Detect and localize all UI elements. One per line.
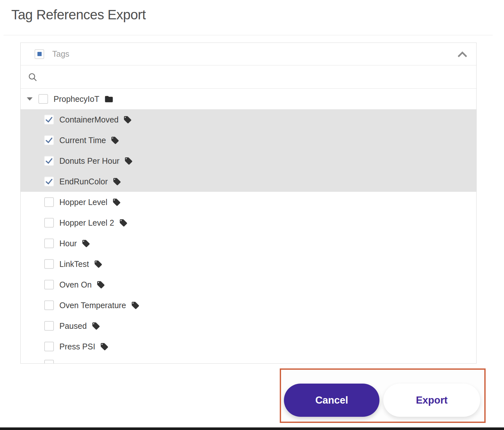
checkmark-icon: [45, 136, 53, 144]
tag-icon: [119, 219, 128, 227]
tree-item-label: LinkTest: [59, 259, 89, 269]
tree-item-label: Hopper Level 2: [59, 218, 114, 228]
tree-item-label: Current Time: [59, 136, 106, 145]
tree-item-row[interactable]: LinkTest: [21, 254, 476, 274]
checkmark-icon: [45, 157, 53, 165]
tag-icon: [82, 239, 90, 248]
caret-down-icon[interactable]: [27, 97, 33, 101]
checkmark-icon: [45, 177, 53, 186]
cancel-button[interactable]: Cancel: [284, 384, 379, 417]
tree-item-row[interactable]: Paused: [21, 316, 476, 336]
folder-icon: [104, 94, 114, 104]
item-checkbox[interactable]: [44, 300, 54, 310]
tag-icon: [92, 322, 100, 330]
item-checkbox[interactable]: [44, 135, 54, 145]
indeterminate-mark: [37, 52, 42, 56]
tag-icon: [100, 342, 109, 351]
bottom-bar: [0, 427, 504, 430]
tag-icon: [96, 280, 105, 289]
tree-item-row[interactable]: Hopper Level: [21, 192, 476, 212]
item-checkbox[interactable]: [44, 239, 54, 248]
tag-icon: [111, 136, 119, 145]
search-input[interactable]: [43, 73, 470, 81]
tree-item-label: ContainerMoved: [59, 115, 118, 124]
tag-icon: [131, 301, 140, 310]
item-checkbox[interactable]: [44, 280, 54, 289]
tree-item-row[interactable]: Press PSI: [21, 336, 476, 357]
item-checkbox[interactable]: [44, 115, 54, 124]
tags-panel: Tags ProphecyIoT: [20, 43, 477, 364]
tags-panel-label: Tags: [52, 49, 458, 59]
item-checkbox[interactable]: [44, 342, 54, 351]
tree-item-label: Hour: [59, 239, 77, 248]
tag-icon: [112, 198, 121, 207]
tree-root-row[interactable]: ProphecyIoT: [21, 89, 476, 109]
tree-item-label: EndRunColor: [59, 177, 108, 186]
tag-icon: [113, 177, 121, 186]
search-icon: [28, 72, 37, 82]
tree-item-row[interactable]: Oven On: [21, 274, 476, 295]
tree-item-label: Press PSI: [59, 342, 95, 351]
export-button[interactable]: Export: [383, 384, 480, 417]
tree-item-label: Donuts Per Hour: [59, 156, 119, 166]
tree-item-row[interactable]: EndRunColor: [21, 171, 476, 192]
page-title: Tag References Export: [11, 7, 146, 23]
item-checkbox[interactable]: [44, 259, 54, 269]
title-divider: [4, 35, 493, 35]
tags-select-all-checkbox[interactable]: [35, 49, 44, 59]
tree-item-label: Hopper Level: [59, 198, 107, 207]
tree-item-row[interactable]: Current Time: [21, 130, 476, 151]
tree-items: ContainerMoved Current Time Donuts Per H…: [21, 109, 476, 364]
tree-item-row[interactable]: [21, 357, 476, 364]
tag-icon: [124, 157, 133, 165]
item-checkbox[interactable]: [44, 218, 54, 228]
tag-tree: ProphecyIoT ContainerMoved Current Time: [21, 89, 476, 364]
tree-item-label: Oven Temperature: [59, 301, 126, 310]
tag-icon: [123, 115, 132, 124]
tree-item-row[interactable]: Oven Temperature: [21, 295, 476, 316]
root-checkbox[interactable]: [38, 94, 48, 104]
item-checkbox[interactable]: [44, 177, 54, 186]
item-checkbox[interactable]: [44, 197, 54, 207]
tree-item-row[interactable]: ContainerMoved: [21, 109, 476, 130]
tree-item-row[interactable]: Donuts Per Hour: [21, 151, 476, 171]
tag-icon: [94, 260, 103, 269]
tree-item-label: Paused: [59, 321, 87, 331]
annotation-highlight-box: Cancel Export: [280, 368, 486, 423]
chevron-up-icon[interactable]: [458, 51, 467, 57]
tree-item-row[interactable]: Hopper Level 2: [21, 212, 476, 233]
item-checkbox[interactable]: [44, 321, 54, 331]
item-checkbox[interactable]: [44, 156, 54, 166]
item-checkbox[interactable]: [44, 360, 54, 364]
tags-panel-header[interactable]: Tags: [21, 43, 476, 65]
tree-item-label: Oven On: [59, 280, 92, 289]
tree-item-row[interactable]: Hour: [21, 233, 476, 254]
tree-root-label: ProphecyIoT: [54, 94, 99, 104]
checkmark-icon: [45, 115, 53, 124]
search-row[interactable]: [21, 65, 476, 89]
